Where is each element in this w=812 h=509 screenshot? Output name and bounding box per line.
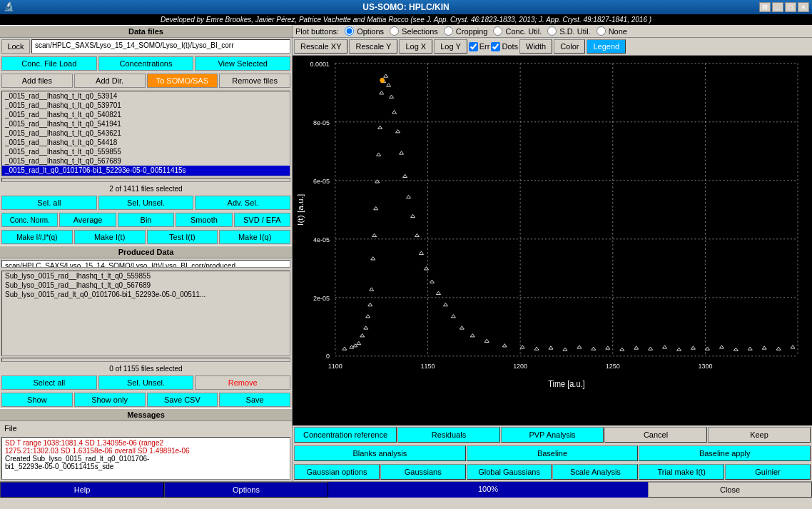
lock-button[interactable]: Lock [1, 39, 30, 54]
file-item-9[interactable]: _0015_rad_lt_q0_0101706-bi1_52293e-05-0_… [2, 175, 290, 176]
scale-analysis-button[interactable]: Scale Analysis [552, 464, 638, 480]
prod-file-item-1[interactable]: Sub_lyso_0015_rad__lhashq_t_lt_q0_567689 [2, 281, 290, 290]
legend-button[interactable]: Legend [587, 39, 626, 54]
rescale-y-button[interactable]: Rescale Y [349, 39, 397, 54]
file-item-6[interactable]: _0015_rad__lhashq_t_lt_q0_559855 [2, 147, 290, 156]
radio-cropping[interactable]: Cropping [444, 26, 488, 36]
sel-all-button[interactable]: Sel. all [1, 196, 97, 210]
make-it-button[interactable]: Make I(t) [74, 230, 146, 244]
prod-file-item-2[interactable]: Sub_lyso_0015_rad_lt_q0_0101706-bi1_5229… [2, 290, 290, 299]
make-iq-button[interactable]: Make I(q) [219, 230, 290, 244]
keep-button[interactable]: Keep [708, 427, 811, 443]
plot-buttons-label: Plot buttons: [295, 27, 339, 36]
plot-top-controls: Plot buttons: Options Selections Croppin… [293, 25, 812, 38]
save-button[interactable]: Save [219, 393, 290, 407]
maximize-btn[interactable]: □ [785, 2, 796, 12]
close-button[interactable]: Close [648, 482, 812, 498]
log-x-button[interactable]: Log X [399, 39, 432, 54]
show-button[interactable]: Show [1, 393, 73, 407]
width-button[interactable]: Width [519, 39, 552, 54]
svg-text:1200: 1200 [513, 363, 527, 370]
radio-selections[interactable]: Selections [390, 26, 438, 36]
prod-sel-unsel-button[interactable]: Sel. Unsel. [98, 376, 194, 390]
svg-text:1150: 1150 [420, 363, 435, 370]
file-item-2[interactable]: _0015_rad__lhashq_t_lt_q0_540821 [2, 110, 290, 119]
adv-sel-button[interactable]: Adv. Sel. [195, 196, 290, 210]
file-list-scrollbar-h[interactable] [1, 178, 290, 182]
concentrations-button[interactable]: Concentrations [98, 56, 194, 71]
file-item-0[interactable]: _0015_rad__lhashq_t_lt_q0_53914 [2, 91, 290, 101]
file-item-3[interactable]: _0015_rad__lhashq_t_lt_q0_541941 [2, 119, 290, 128]
messages-header: Messages [0, 408, 292, 421]
err-checkbox[interactable] [469, 42, 478, 51]
svg-text:1250: 1250 [606, 363, 620, 370]
restore-btn[interactable]: ⊟ [759, 2, 771, 12]
baseline-button[interactable]: Baseline [467, 445, 639, 461]
svg-text:4e-05: 4e-05 [313, 236, 330, 243]
svg-text:Time [a.u.]: Time [a.u.] [548, 380, 584, 388]
prod-file-item-0[interactable]: Sub_lyso_0015_rad__lhashq_t_lt_q0_559855 [2, 271, 290, 281]
pvp-analysis-button[interactable]: PVP Analysis [501, 427, 604, 443]
svg-text:1300: 1300 [698, 363, 712, 370]
blanks-analysis-button[interactable]: Blanks analysis [294, 445, 466, 461]
help-button[interactable]: Help [0, 482, 164, 498]
prod-list-scrollbar-h[interactable] [1, 358, 290, 362]
bottom-row-1: Concentration reference Residuals PVP An… [293, 425, 812, 444]
show-only-button[interactable]: Show only [74, 393, 146, 407]
file-item-1[interactable]: _0015_rad__lhashq_t_lt_q0_539701 [2, 101, 290, 110]
svg-text:2e-05: 2e-05 [313, 295, 330, 302]
residuals-button[interactable]: Residuals [397, 427, 500, 443]
log-y-button[interactable]: Log Y [434, 39, 467, 54]
minimize-btn[interactable]: _ [772, 2, 783, 12]
dev-banner: Developed by Emre Brookes, Javier Pérez,… [0, 14, 812, 25]
bottom-section: Concentration reference Residuals PVP An… [293, 425, 812, 481]
smooth-button[interactable]: Smooth [176, 213, 232, 227]
radio-none[interactable]: None [597, 26, 627, 36]
baseline-apply-button[interactable]: Baseline apply [639, 445, 811, 461]
sel-unsel-button[interactable]: Sel. Unsel. [98, 196, 194, 210]
to-somo-sas-button[interactable]: To SOMO/SAS [147, 74, 218, 88]
dots-checkbox-label[interactable]: Dots [491, 39, 518, 54]
remove-button[interactable]: Remove [195, 376, 290, 390]
radio-sd-util[interactable]: S.D. Util. [547, 26, 590, 36]
close-btn-window[interactable]: × [798, 2, 809, 12]
svg-rect-0 [293, 56, 812, 425]
concentration-reference-button[interactable]: Concentration reference [294, 427, 397, 443]
add-dir-button[interactable]: Add Dir. [74, 74, 146, 88]
gaussians-button[interactable]: Gaussians [380, 464, 466, 480]
remove-files-button[interactable]: Remove files [219, 74, 290, 88]
trial-make-it-button[interactable]: Trial make I(t) [639, 464, 724, 480]
conc-norm-button[interactable]: Conc. Norm. [1, 213, 58, 227]
file-item-5[interactable]: _0015_rad__lhashq_t_lt_q0_54418 [2, 138, 290, 147]
file-label: File [4, 424, 17, 433]
err-checkbox-label[interactable]: Err [469, 39, 490, 54]
produced-file-list[interactable]: Sub_lyso_0015_rad__lhashq_t_lt_q0_559855… [1, 271, 290, 356]
options-button[interactable]: Options [164, 482, 328, 498]
file-item-8[interactable]: _0015_rad_lt_q0_0101706-bi1_52293e-05-0_… [2, 166, 290, 175]
color-button[interactable]: Color [554, 39, 585, 54]
file-item-7[interactable]: _0015_rad__lhashq_t_lt_q0_567689 [2, 156, 290, 166]
view-selected-button[interactable]: View Selected [195, 56, 290, 71]
file-item-4[interactable]: _0015_rad__lhashq_t_lt_q0_543621 [2, 128, 290, 138]
produced-path-display: scan/HPLC_SAXS/Lyso_15_14_SOMO/Lyso_I(t)… [1, 260, 290, 268]
conc-file-load-button[interactable]: Conc. File Load [1, 56, 97, 71]
svg-text:1100: 1100 [328, 363, 342, 370]
save-csv-button[interactable]: Save CSV [147, 393, 218, 407]
rescale-xy-button[interactable]: Rescale XY [294, 39, 347, 54]
svd-efa-button[interactable]: SVD / EFA [234, 213, 290, 227]
radio-conc-util[interactable]: Conc. Util. [493, 26, 542, 36]
average-button[interactable]: Average [59, 213, 116, 227]
make-if-button[interactable]: Make I#,I*(q) [1, 230, 73, 244]
radio-options[interactable]: Options [345, 26, 384, 36]
data-file-list[interactable]: _0015_rad__lhashq_t_lt_q0_53914 _0015_ra… [1, 91, 290, 176]
cancel-button[interactable]: Cancel [604, 427, 707, 443]
guinier-button[interactable]: Guinier [725, 464, 811, 480]
gaussian-options-button[interactable]: Gaussian options [294, 464, 380, 480]
select-all-button[interactable]: Select all [1, 376, 97, 390]
dots-checkbox[interactable] [491, 42, 500, 51]
test-it-button[interactable]: Test I(t) [147, 230, 218, 244]
add-files-button[interactable]: Add files [1, 74, 73, 88]
chart-svg: 0.0001 8e-05 6e-05 4e-05 2e-05 0 1100 11… [293, 56, 812, 425]
global-gaussians-button[interactable]: Global Gaussians [467, 464, 552, 480]
bin-button[interactable]: Bin [118, 213, 174, 227]
